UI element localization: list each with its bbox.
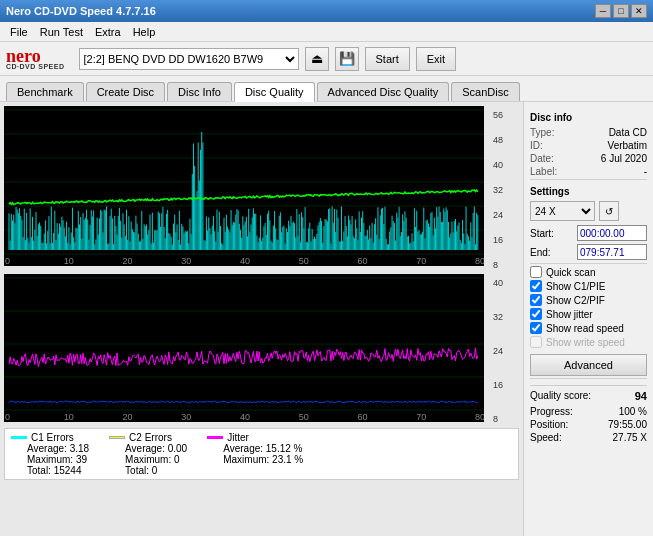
eject-button[interactable]: ⏏ — [305, 47, 329, 71]
position-label: Position: — [530, 419, 568, 430]
tab-disc-info[interactable]: Disc Info — [167, 82, 232, 101]
logo-area: nero CD·DVD SPEED — [6, 47, 65, 70]
c1pie-row: Show C1/PIE — [530, 280, 647, 292]
position-value: 79:55.00 — [608, 419, 647, 430]
legend-c2: C2 Errors Average: 0.00 Maximum: 0 Total… — [109, 432, 187, 476]
minimize-button[interactable]: ─ — [595, 4, 611, 18]
disc-type-row: Type: Data CD — [530, 127, 647, 138]
exit-button[interactable]: Exit — [416, 47, 456, 71]
c2pif-label: Show C2/PIF — [546, 295, 605, 306]
speed-row: 24 X Maximum 4 X 8 X 16 X 32 X 40 X 48 X… — [530, 201, 647, 221]
start-time-field[interactable]: 000:00.00 — [577, 225, 647, 241]
toolbar: nero CD·DVD SPEED [2:2] BENQ DVD DD DW16… — [0, 42, 653, 76]
disc-info-title: Disc info — [530, 112, 647, 123]
disc-type-value: Data CD — [609, 127, 647, 138]
lower-chart — [4, 274, 484, 422]
c1pie-checkbox[interactable] — [530, 280, 542, 292]
c2-color-swatch — [109, 436, 125, 439]
advanced-button[interactable]: Advanced — [530, 354, 647, 376]
app-title: Nero CD-DVD Speed 4.7.7.16 — [6, 5, 156, 17]
divider-3 — [530, 378, 647, 379]
speed-label: Speed: — [530, 432, 562, 443]
tab-advanced-disc-quality[interactable]: Advanced Disc Quality — [317, 82, 450, 101]
tab-benchmark[interactable]: Benchmark — [6, 82, 84, 101]
maximize-button[interactable]: □ — [613, 4, 629, 18]
c2-label: C2 Errors — [129, 432, 172, 443]
drive-select[interactable]: [2:2] BENQ DVD DD DW1620 B7W9 — [79, 48, 299, 70]
tab-create-disc[interactable]: Create Disc — [86, 82, 165, 101]
upper-y-axis: 5648403224168 — [491, 106, 519, 274]
c2pif-checkbox[interactable] — [530, 294, 542, 306]
divider-1 — [530, 179, 647, 180]
speed-select[interactable]: 24 X Maximum 4 X 8 X 16 X 32 X 40 X 48 X — [530, 201, 595, 221]
main-area: 5648403224168 403224168 C1 Errors Averag… — [0, 102, 653, 536]
start-button[interactable]: Start — [365, 47, 410, 71]
menu-extra[interactable]: Extra — [89, 24, 127, 40]
upper-chart — [4, 106, 484, 266]
c2pif-row: Show C2/PIF — [530, 294, 647, 306]
end-label: End: — [530, 247, 551, 258]
jitter-color-swatch — [207, 436, 223, 439]
progress-label: Progress: — [530, 406, 573, 417]
chart-area: 5648403224168 403224168 C1 Errors Averag… — [0, 102, 523, 536]
quickscan-row: Quick scan — [530, 266, 647, 278]
disc-id-label: ID: — [530, 140, 543, 151]
disc-label-value: - — [644, 166, 647, 177]
tab-disc-quality[interactable]: Disc Quality — [234, 82, 315, 102]
c2-total: Total: 0 — [125, 465, 187, 476]
disc-label-row: Label: - — [530, 166, 647, 177]
menu-run-test[interactable]: Run Test — [34, 24, 89, 40]
quality-score-value: 94 — [635, 390, 647, 402]
quickscan-label: Quick scan — [546, 267, 595, 278]
progress-row: Progress: 100 % — [530, 406, 647, 417]
quickscan-checkbox[interactable] — [530, 266, 542, 278]
menu-help[interactable]: Help — [127, 24, 162, 40]
disc-label-label: Label: — [530, 166, 557, 177]
jitter-maximum: Maximum: 23.1 % — [223, 454, 303, 465]
position-row: Position: 79:55.00 — [530, 419, 647, 430]
legend-jitter: Jitter Average: 15.12 % Maximum: 23.1 % — [207, 432, 303, 476]
progress-value: 100 % — [619, 406, 647, 417]
c1-average: Average: 3.18 — [27, 443, 89, 454]
writespeed-row: Show write speed — [530, 336, 647, 348]
jitter-label: Show jitter — [546, 309, 593, 320]
divider-2 — [530, 263, 647, 264]
legend-area: C1 Errors Average: 3.18 Maximum: 39 Tota… — [4, 428, 519, 480]
window-controls: ─ □ ✕ — [595, 4, 647, 18]
c2-maximum: Maximum: 0 — [125, 454, 187, 465]
c1pie-label: Show C1/PIE — [546, 281, 605, 292]
c2-average: Average: 0.00 — [125, 443, 187, 454]
disc-date-value: 6 Jul 2020 — [601, 153, 647, 164]
start-time-row: Start: 000:00.00 — [530, 225, 647, 241]
jitter-average: Average: 15.12 % — [223, 443, 303, 454]
lower-y-axis: 403224168 — [491, 274, 519, 428]
writespeed-label: Show write speed — [546, 337, 625, 348]
disc-id-value: Verbatim — [608, 140, 647, 151]
quality-score-row: Quality score: 94 — [530, 385, 647, 402]
readspeed-row: Show read speed — [530, 322, 647, 334]
jitter-checkbox[interactable] — [530, 308, 542, 320]
progress-section: Progress: 100 % Position: 79:55.00 Speed… — [530, 406, 647, 443]
tab-scan-disc[interactable]: ScanDisc — [451, 82, 519, 101]
start-label: Start: — [530, 228, 554, 239]
refresh-button[interactable]: ↺ — [599, 201, 619, 221]
end-time-field[interactable]: 079:57.71 — [577, 244, 647, 260]
menu-file[interactable]: File — [4, 24, 34, 40]
jitter-row: Show jitter — [530, 308, 647, 320]
logo-subtitle: CD·DVD SPEED — [6, 63, 65, 70]
c1-label: C1 Errors — [31, 432, 74, 443]
close-button[interactable]: ✕ — [631, 4, 647, 18]
c1-maximum: Maximum: 39 — [27, 454, 89, 465]
readspeed-checkbox[interactable] — [530, 322, 542, 334]
quality-score-label: Quality score: — [530, 390, 591, 402]
c1-color-swatch — [11, 436, 27, 439]
disc-type-label: Type: — [530, 127, 554, 138]
legend-c1: C1 Errors Average: 3.18 Maximum: 39 Tota… — [11, 432, 89, 476]
settings-title: Settings — [530, 186, 647, 197]
end-time-row: End: 079:57.71 — [530, 244, 647, 260]
jitter-label: Jitter — [227, 432, 249, 443]
right-panel: Disc info Type: Data CD ID: Verbatim Dat… — [523, 102, 653, 536]
save-button[interactable]: 💾 — [335, 47, 359, 71]
writespeed-checkbox — [530, 336, 542, 348]
disc-id-row: ID: Verbatim — [530, 140, 647, 151]
